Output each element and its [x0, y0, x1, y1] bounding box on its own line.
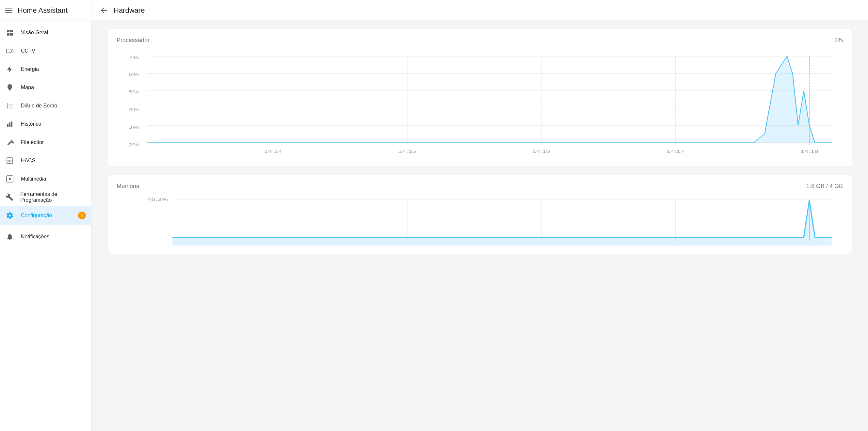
tools-icon	[5, 193, 14, 201]
svg-rect-41	[147, 52, 834, 147]
list-icon	[5, 102, 14, 110]
menu-toggle-button[interactable]	[5, 8, 12, 13]
app-title: Home Assistant	[18, 6, 68, 15]
sidebar-item-label: Mapa	[21, 85, 34, 90]
main-header: Hardware	[91, 0, 868, 21]
svg-text:HACS: HACS	[7, 160, 13, 163]
svg-rect-0	[7, 30, 9, 32]
processador-card: Processador 2% 7% 6% 5% 4% 3% 2%	[107, 29, 852, 167]
hacs-icon: HACS	[5, 157, 14, 164]
sidebar-item-label: Diário de Bordo	[21, 103, 57, 109]
wrench-icon	[5, 138, 14, 146]
svg-text:7%: 7%	[128, 55, 139, 60]
sidebar-item-label: Energia	[21, 66, 39, 72]
sidebar-header: Home Assistant	[0, 0, 91, 21]
play-icon	[5, 175, 14, 183]
svg-marker-52	[173, 200, 832, 246]
svg-text:3%: 3%	[128, 125, 139, 130]
svg-rect-13	[11, 121, 12, 127]
svg-text:4%: 4%	[128, 107, 139, 112]
svg-rect-11	[7, 124, 8, 127]
processador-value: 2%	[834, 37, 843, 44]
main-content: Hardware Processador 2% 7% 6% 5% 4% 3% 2…	[91, 0, 868, 431]
content-area: Processador 2% 7% 6% 5% 4% 3% 2%	[91, 21, 868, 262]
svg-rect-10	[8, 108, 13, 109]
sidebar-item-file-editor[interactable]: File editor	[0, 133, 91, 152]
processador-chart-svg: 7% 6% 5% 4% 3% 2%	[117, 49, 843, 160]
svg-text:14:15: 14:15	[398, 149, 416, 154]
processador-card-header: Processador 2%	[117, 37, 843, 44]
camera-icon	[5, 47, 14, 55]
processador-chart: 7% 6% 5% 4% 3% 2%	[117, 49, 843, 160]
sidebar-item-historico[interactable]: Histórico	[0, 115, 91, 133]
sidebar-item-visao-geral[interactable]: Visão Geral	[0, 24, 91, 42]
sidebar-item-diario[interactable]: Diário de Bordo	[0, 97, 91, 115]
svg-rect-5	[7, 103, 8, 104]
sidebar-item-cctv[interactable]: CCTV	[0, 42, 91, 60]
svg-rect-1	[10, 30, 13, 32]
sidebar-item-configuracao[interactable]: Configuração 1	[0, 206, 91, 225]
sidebar-item-label: HACS	[21, 158, 35, 163]
sidebar-item-mapa[interactable]: Mapa	[0, 79, 91, 97]
memoria-card: Memória 1.6 GB / 4 GB 46.3%	[107, 175, 852, 254]
sidebar-item-multimidia[interactable]: Multimédia	[0, 170, 91, 188]
notification-badge: 1	[78, 212, 86, 219]
grid-icon	[5, 29, 14, 37]
memoria-value: 1.6 GB / 4 GB	[806, 183, 843, 190]
sidebar-item-hacs[interactable]: HACS HACS	[0, 152, 91, 170]
svg-text:2%: 2%	[128, 143, 139, 147]
sidebar-item-label: Notificações	[21, 234, 49, 240]
processador-title: Processador	[117, 37, 150, 44]
bell-icon	[5, 233, 14, 241]
sidebar-item-label: Multimédia	[21, 176, 46, 182]
svg-rect-12	[9, 122, 10, 127]
svg-rect-7	[7, 105, 8, 106]
svg-marker-17	[9, 177, 11, 181]
svg-text:6%: 6%	[128, 72, 139, 77]
person-pin-icon	[5, 84, 14, 91]
sidebar-item-ferramentas[interactable]: Ferramentas de Programação	[0, 188, 91, 206]
back-button[interactable]	[99, 6, 108, 15]
gear-icon	[5, 212, 14, 219]
bar-chart-icon	[5, 120, 14, 128]
svg-rect-3	[10, 33, 13, 36]
sidebar-item-label: Visão Geral	[21, 30, 48, 36]
memoria-chart: 46.3%	[117, 195, 843, 247]
svg-text:5%: 5%	[128, 90, 139, 94]
svg-marker-42	[147, 56, 832, 143]
sidebar-nav: Visão Geral CCTV Energia Mapa	[0, 21, 91, 431]
bolt-icon	[5, 65, 14, 73]
svg-text:14:17: 14:17	[666, 149, 684, 154]
memoria-chart-svg: 46.3%	[117, 195, 843, 247]
sidebar-item-notificacoes[interactable]: Notificações	[0, 227, 91, 246]
svg-text:14:14: 14:14	[264, 149, 282, 154]
svg-text:14:16: 14:16	[532, 149, 550, 154]
memoria-title: Memória	[117, 183, 140, 190]
sidebar-item-label: File editor	[21, 140, 44, 145]
memoria-card-header: Memória 1.6 GB / 4 GB	[117, 183, 843, 190]
sidebar-item-energia[interactable]: Energia	[0, 60, 91, 79]
sidebar-item-label: Configuração	[21, 213, 52, 218]
page-title: Hardware	[114, 6, 145, 15]
svg-rect-6	[8, 104, 13, 104]
sidebar-item-label: Ferramentas de Programação	[20, 191, 86, 203]
svg-rect-2	[7, 33, 9, 36]
svg-rect-8	[8, 106, 13, 106]
svg-text:46.3%: 46.3%	[147, 197, 168, 202]
svg-text:14:18: 14:18	[800, 149, 819, 154]
sidebar-item-label: CCTV	[21, 48, 35, 54]
svg-rect-9	[7, 107, 8, 109]
sidebar-item-label: Histórico	[21, 121, 41, 127]
sidebar: Home Assistant Visão Geral CCTV Energia	[0, 0, 91, 431]
